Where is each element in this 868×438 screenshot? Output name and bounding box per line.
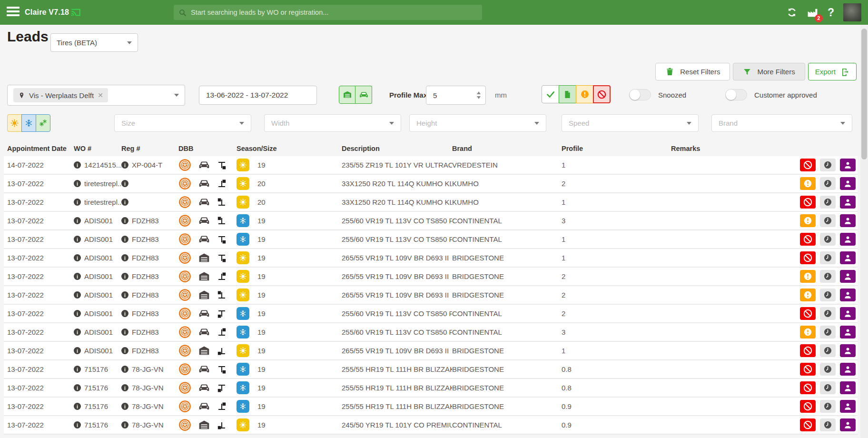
wo-number[interactable]: iADIS001: [74, 272, 121, 280]
info-icon[interactable]: i: [121, 421, 128, 428]
table-row[interactable]: 13-07-2022 i715176 i78-JG-VN 19 255/55 H…: [4, 379, 858, 398]
table-row[interactable]: 13-07-2022 i715176 i78-JG-VN 19 255/55 H…: [4, 360, 858, 379]
snooze-button[interactable]: [820, 159, 836, 171]
reg-number[interactable]: iFDZH83: [121, 272, 178, 280]
table-row[interactable]: 13-07-2022 itiretestrepl... i 20 33X1250…: [4, 175, 858, 193]
info-icon[interactable]: i: [74, 180, 81, 187]
reg-number[interactable]: iFDZH83: [121, 309, 178, 318]
wo-number[interactable]: i715176: [74, 384, 121, 392]
snooze-button[interactable]: [820, 251, 836, 264]
wo-number[interactable]: iADIS001: [74, 347, 121, 355]
status-quote-button[interactable]: [559, 85, 576, 103]
table-row[interactable]: 13-07-2022 iADIS001 iFDZH83 19 255/60 VR…: [4, 305, 858, 323]
more-filters-button[interactable]: More Filters: [733, 63, 805, 80]
table-row[interactable]: 13-07-2022 iADIS001 iFDZH83 19 265/55 VR…: [4, 342, 858, 360]
snooze-button[interactable]: [820, 381, 836, 394]
snooze-button[interactable]: [820, 214, 836, 227]
snooze-button[interactable]: [820, 363, 836, 376]
brand-select[interactable]: Brand: [711, 114, 852, 132]
info-icon[interactable]: i: [121, 161, 128, 169]
cast-icon[interactable]: [70, 7, 81, 18]
status-approved-button[interactable]: [542, 85, 559, 103]
assign-button[interactable]: [840, 270, 856, 283]
info-icon[interactable]: i: [74, 254, 81, 261]
assign-button[interactable]: [840, 418, 856, 431]
info-icon[interactable]: i: [121, 291, 128, 299]
reg-number[interactable]: i78-JG-VN: [121, 384, 178, 392]
avatar[interactable]: [843, 3, 861, 21]
wo-number[interactable]: iADIS001: [74, 254, 121, 262]
table-row[interactable]: 13-07-2022 iADIS001 iFDZH83 19 255/60 VR…: [4, 212, 858, 230]
reject-button[interactable]: [800, 400, 816, 413]
assign-button[interactable]: [840, 363, 856, 376]
info-icon[interactable]: i: [74, 236, 81, 243]
garage-toggle-button[interactable]: [339, 86, 355, 104]
warning-button[interactable]: [800, 177, 816, 190]
table-row[interactable]: 13-07-2022 iADIS001 iFDZH83 19 265/55 VR…: [4, 286, 858, 305]
factory-button[interactable]: 2: [807, 7, 819, 19]
table-row[interactable]: 13-07-2022 iADIS001 iFDZH83 19 265/55 VR…: [4, 249, 858, 268]
reset-filters-button[interactable]: Reset Filters: [655, 63, 730, 80]
snooze-button[interactable]: [820, 177, 836, 190]
height-select[interactable]: Height: [409, 114, 546, 132]
reject-button[interactable]: [800, 251, 816, 264]
assign-button[interactable]: [840, 344, 856, 357]
chip-remove-icon[interactable]: ✕: [98, 91, 103, 99]
export-button[interactable]: Export: [808, 63, 857, 80]
scrollbar-thumb[interactable]: [861, 29, 867, 159]
wo-number[interactable]: iADIS001: [74, 291, 121, 299]
info-icon[interactable]: i: [121, 347, 128, 354]
reg-number[interactable]: iFDZH83: [121, 328, 178, 336]
all-season-filter-button[interactable]: [36, 114, 50, 132]
info-icon[interactable]: i: [121, 403, 128, 410]
reg-number[interactable]: i78-JG-VN: [121, 421, 178, 429]
info-icon[interactable]: i: [121, 254, 128, 261]
reg-number[interactable]: i: [121, 199, 178, 206]
assign-button[interactable]: [840, 177, 856, 190]
info-icon[interactable]: i: [74, 161, 81, 169]
snooze-button[interactable]: [820, 344, 836, 357]
wo-number[interactable]: i715176: [74, 402, 121, 410]
info-icon[interactable]: i: [121, 199, 128, 206]
reg-number[interactable]: iFDZH83: [121, 235, 178, 243]
category-select[interactable]: Tires (BETA): [50, 33, 138, 52]
info-icon[interactable]: i: [74, 384, 81, 391]
info-icon[interactable]: i: [74, 217, 81, 224]
assign-button[interactable]: [840, 326, 856, 338]
warning-button[interactable]: [800, 214, 816, 227]
table-row[interactable]: 13-07-2022 iADIS001 iFDZH83 19 255/60 VR…: [4, 230, 858, 249]
reject-button[interactable]: [800, 344, 816, 357]
snoozed-toggle[interactable]: [629, 89, 651, 100]
wo-number[interactable]: itiretestrepl...: [74, 198, 121, 206]
location-chip[interactable]: Vis - Werplaats Delft ✕: [13, 88, 108, 102]
status-rejected-button[interactable]: [593, 85, 611, 103]
assign-button[interactable]: [840, 400, 856, 413]
wo-number[interactable]: i715176: [74, 365, 121, 373]
info-icon[interactable]: i: [121, 310, 128, 317]
menu-icon[interactable]: [7, 7, 20, 16]
assign-button[interactable]: [840, 307, 856, 320]
scrollbar[interactable]: [860, 25, 868, 438]
snooze-button[interactable]: [820, 418, 836, 431]
warning-button[interactable]: [800, 289, 816, 301]
reject-button[interactable]: [800, 196, 816, 209]
info-icon[interactable]: i: [74, 403, 81, 410]
assign-button[interactable]: [840, 159, 856, 171]
reg-number[interactable]: iFDZH83: [121, 254, 178, 262]
assign-button[interactable]: [840, 289, 856, 301]
table-row[interactable]: 13-07-2022 iADIS001 iFDZH83 19 255/60 VR…: [4, 323, 858, 342]
reject-button[interactable]: [800, 159, 816, 171]
table-row[interactable]: 13-07-2022 i715176 i78-JG-VN 19 255/55 H…: [4, 398, 858, 416]
reject-button[interactable]: [800, 307, 816, 320]
location-select[interactable]: Vis - Werplaats Delft ✕: [7, 85, 185, 106]
info-icon[interactable]: i: [121, 180, 128, 187]
wo-number[interactable]: i715176: [74, 421, 121, 429]
info-icon[interactable]: i: [121, 217, 128, 224]
reject-button[interactable]: [800, 418, 816, 431]
info-icon[interactable]: i: [74, 291, 81, 299]
reject-button[interactable]: [800, 363, 816, 376]
assign-button[interactable]: [840, 233, 856, 246]
wo-number[interactable]: itiretestrepl...: [74, 179, 121, 188]
snooze-button[interactable]: [820, 270, 836, 283]
reject-button[interactable]: [800, 381, 816, 394]
